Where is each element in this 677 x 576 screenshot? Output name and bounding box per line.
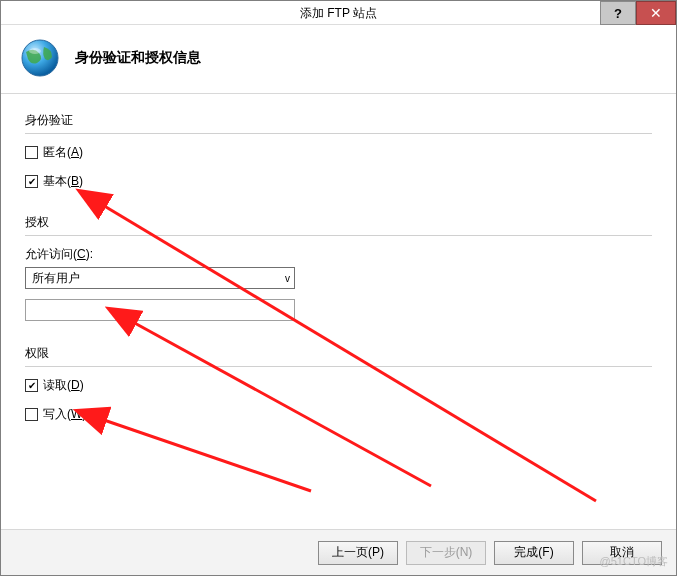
authorization-title: 授权 [25,214,652,231]
next-button: 下一步(N) [406,541,486,565]
select-value: 所有用户 [32,270,80,287]
write-row[interactable]: 写入(W) [25,406,652,423]
authentication-section: 身份验证 匿名(A) 基本(B) [25,112,652,190]
anonymous-label: 匿名(A) [43,144,83,161]
wizard-header: 身份验证和授权信息 [1,25,676,94]
close-button[interactable]: ✕ [636,1,676,25]
dialog-window: 添加 FTP 站点 ? ✕ 身份验证和授权信息 身份验证 [0,0,677,576]
write-label: 写入(W) [43,406,86,423]
read-row[interactable]: 读取(D) [25,377,652,394]
anonymous-row[interactable]: 匿名(A) [25,144,652,161]
authorization-section: 授权 允许访问(C): 所有用户 v [25,214,652,321]
globe-icon [19,37,61,79]
chevron-down-icon: v [285,273,290,284]
window-title: 添加 FTP 站点 [1,1,676,25]
allow-access-select[interactable]: 所有用户 v [25,267,295,289]
anonymous-checkbox[interactable] [25,146,38,159]
authentication-title: 身份验证 [25,112,652,129]
read-checkbox[interactable] [25,379,38,392]
content-area: 身份验证 匿名(A) 基本(B) 授权 允许访问(C): 所有用户 v 权限 [1,94,676,423]
page-title: 身份验证和授权信息 [75,49,201,67]
wizard-footer: 上一页(P) 下一步(N) 完成(F) 取消 [1,529,676,575]
svg-line-4 [101,419,311,491]
read-label: 读取(D) [43,377,84,394]
divider [25,235,652,236]
basic-label: 基本(B) [43,173,83,190]
permissions-section: 权限 读取(D) 写入(W) [25,345,652,423]
allow-access-label: 允许访问(C): [25,246,652,263]
window-buttons: ? ✕ [600,1,676,25]
users-textbox[interactable] [25,299,295,321]
permissions-title: 权限 [25,345,652,362]
title-bar: 添加 FTP 站点 ? ✕ [1,1,676,25]
previous-button[interactable]: 上一页(P) [318,541,398,565]
cancel-button[interactable]: 取消 [582,541,662,565]
divider [25,133,652,134]
help-button[interactable]: ? [600,1,636,25]
basic-checkbox[interactable] [25,175,38,188]
divider [25,366,652,367]
svg-point-1 [29,48,41,54]
write-checkbox[interactable] [25,408,38,421]
finish-button[interactable]: 完成(F) [494,541,574,565]
basic-row[interactable]: 基本(B) [25,173,652,190]
